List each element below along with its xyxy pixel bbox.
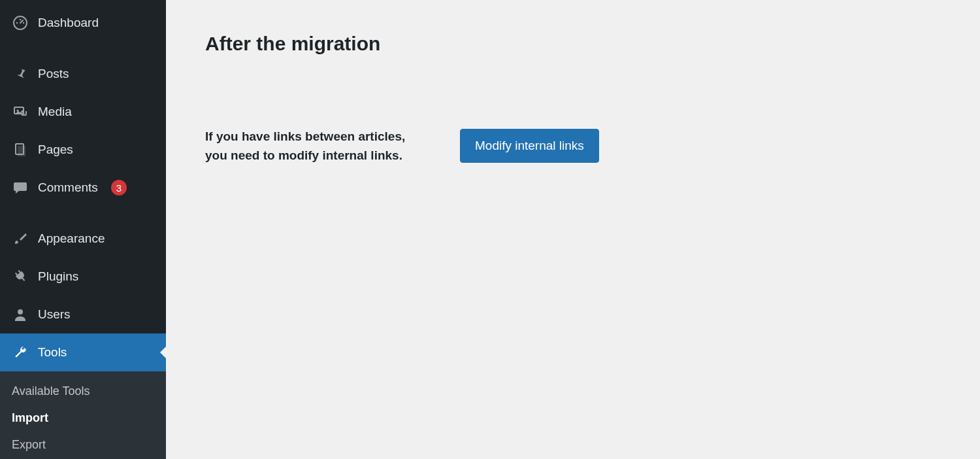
submenu-item-export[interactable]: Export [0,432,166,458]
dashboard-icon [12,14,29,31]
sidebar-item-label: Tools [38,345,67,360]
sidebar-item-label: Posts [38,67,69,81]
sidebar-item-label: Media [38,105,72,119]
media-icon [12,103,29,120]
submenu-item-label: Import [12,411,48,424]
sidebar-item-label: Users [38,307,71,322]
user-icon [12,306,29,323]
comment-icon [12,179,29,196]
sidebar-item-label: Pages [38,143,73,157]
migration-description: If you have links between articles, you … [205,127,421,165]
svg-point-3 [23,22,24,24]
sidebar-item-label: Appearance [38,231,105,246]
sidebar-item-media[interactable]: Media [0,93,166,131]
sidebar-item-appearance[interactable]: Appearance [0,220,166,258]
sidebar-item-dashboard[interactable]: Dashboard [0,4,166,42]
submenu-item-label: Export [12,438,46,451]
svg-rect-7 [18,146,25,156]
sidebar-item-comments[interactable]: Comments 3 [0,169,166,207]
sidebar-item-plugins[interactable]: Plugins [0,258,166,296]
submenu-item-label: Available Tools [12,384,90,398]
page-title: After the migration [205,33,941,55]
migration-row: If you have links between articles, you … [205,127,941,165]
submenu-item-import[interactable]: Import [0,405,166,432]
sidebar-item-pages[interactable]: Pages [0,131,166,169]
submenu-item-available-tools[interactable]: Available Tools [0,378,166,405]
pages-icon [12,141,29,158]
plug-icon [12,268,29,285]
svg-point-2 [20,19,21,20]
sidebar-item-label: Plugins [38,269,78,284]
comments-count-badge: 3 [111,180,127,196]
admin-sidebar: Dashboard Posts Media Pages Commen [0,0,166,459]
sidebar-item-tools[interactable]: Tools [0,333,166,371]
modify-internal-links-button[interactable]: Modify internal links [460,129,599,163]
sidebar-item-label: Dashboard [38,16,99,30]
sidebar-item-posts[interactable]: Posts [0,55,166,93]
wrench-icon [12,344,29,361]
brush-icon [12,230,29,247]
svg-point-1 [16,22,18,24]
sidebar-item-users[interactable]: Users [0,296,166,333]
tools-submenu: Available Tools Import Export [0,371,166,459]
main-content: After the migration If you have links be… [166,0,980,459]
pin-icon [12,65,29,82]
sidebar-item-label: Comments [38,180,98,195]
svg-point-8 [18,309,23,314]
